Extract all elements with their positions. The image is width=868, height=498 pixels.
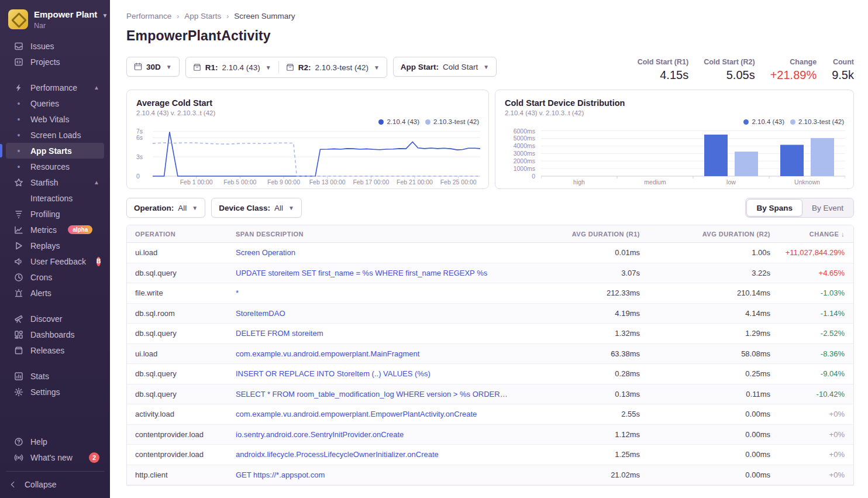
line-chart-icon <box>13 225 24 235</box>
breadcrumb-performance[interactable]: Performance <box>126 12 171 20</box>
app-start-type-button[interactable]: App Start: Cold Start ▼ <box>393 57 497 77</box>
sidebar-item-crons[interactable]: Crons <box>6 269 104 285</box>
span-operation: db.sql.room <box>135 309 236 318</box>
avg-duration-r1: 0.01ms <box>521 248 640 257</box>
sidebar-item-releases[interactable]: Releases <box>6 342 104 358</box>
sidebar-item-starfish[interactable]: Starfish ▲ <box>6 174 104 190</box>
table-row: db.sql.query UPDATE storeitem SET first_… <box>127 263 853 284</box>
column-avg-duration-r2[interactable]: Avg Duration (R2) <box>640 231 770 238</box>
breadcrumb: Performance › App Starts › Screen Summar… <box>126 0 854 20</box>
sidebar-item-discover[interactable]: Discover <box>6 311 104 327</box>
siren-icon <box>13 289 24 298</box>
release-compare-group: R1: 2.10.4 (43) ▼ R2: 2.10.3-test (42) ▼ <box>185 57 387 78</box>
avg-duration-r1: 63.38ms <box>521 349 640 358</box>
column-span-description[interactable]: Span Description <box>236 231 521 238</box>
projects-icon <box>13 57 24 67</box>
avg-duration-r1: 212.33ms <box>521 289 640 297</box>
sidebar-item-whats-new[interactable]: What's new 2 <box>6 449 104 465</box>
avg-duration-r1: 4.19ms <box>521 309 640 318</box>
span-description-link[interactable]: * <box>236 289 521 297</box>
avg-duration-r1: 21.02ms <box>521 470 640 479</box>
sidebar-item-metrics[interactable]: Metrics alpha <box>6 222 104 238</box>
avg-duration-r1: 1.12ms <box>521 430 640 439</box>
org-switcher[interactable]: Empower Plant ▼ Nar <box>0 7 110 38</box>
span-description-link[interactable]: INSERT OR REPLACE INTO StoreItem (..) VA… <box>236 369 521 378</box>
sidebar-item-user-feedback[interactable]: User Feedback B <box>6 253 104 269</box>
span-description-link[interactable]: Screen Operation <box>236 248 521 257</box>
sidebar-item-projects[interactable]: Projects <box>6 54 104 70</box>
span-description-link[interactable]: SELECT * FROM room_table_modification_lo… <box>236 390 521 399</box>
org-logo-icon <box>8 9 28 29</box>
sidebar: Empower Plant ▼ Nar Issues Projects Perf… <box>0 0 110 498</box>
date-range-button[interactable]: 30D ▼ <box>126 57 180 77</box>
sidebar-item-settings[interactable]: Settings <box>6 384 104 400</box>
sidebar-item-help[interactable]: Help <box>6 434 104 449</box>
change-value: -1.03% <box>770 289 845 297</box>
toggle-by-event[interactable]: By Event <box>802 199 853 217</box>
table-row: db.sql.query SELECT * FROM room_table_mo… <box>127 384 853 405</box>
span-operation: db.sql.query <box>135 329 236 338</box>
sidebar-item-web-vitals[interactable]: • Web Vitals <box>6 111 104 127</box>
chevron-right-icon: › <box>226 12 229 20</box>
sidebar-item-resources[interactable]: • Resources <box>6 159 104 174</box>
chevron-down-icon: ▼ <box>266 64 271 71</box>
avg-duration-r2: 0.11ms <box>640 390 770 399</box>
sidebar-item-issues[interactable]: Issues <box>6 38 104 54</box>
chevron-down-icon: ▼ <box>374 64 380 71</box>
span-operation: db.sql.query <box>135 390 236 399</box>
sidebar-item-replays[interactable]: Replays <box>6 238 104 253</box>
span-description-link[interactable]: com.example.vu.android.empowerplant.Main… <box>236 349 521 358</box>
sidebar-item-screen-loads[interactable]: • Screen Loads <box>6 127 104 143</box>
avg-duration-r1: 2.55s <box>521 410 640 418</box>
app-root: Empower Plant ▼ Nar Issues Projects Perf… <box>0 0 868 498</box>
line-chart-plot[interactable]: Feb 1 00:00Feb 5 00:00Feb 9 00:00Feb 13 … <box>136 119 479 184</box>
table-row: contentprovider.load io.sentry.android.c… <box>127 425 853 445</box>
sidebar-item-stats[interactable]: Stats <box>6 368 104 384</box>
sidebar-collapse-button[interactable]: Collapse <box>6 476 104 492</box>
span-description-link[interactable]: com.example.vu.android.empowerplant.Empo… <box>236 410 521 418</box>
sidebar-item-performance[interactable]: Performance ▲ <box>6 80 104 95</box>
span-description-link[interactable]: UPDATE storeitem SET first_name = %s WHE… <box>236 269 521 277</box>
stat-count: Count 9.5k <box>832 58 854 82</box>
release-r1-button[interactable]: R1: 2.10.4 (43) ▼ <box>186 57 278 77</box>
span-description-link[interactable]: GET https://*.appspot.com <box>236 470 521 479</box>
bullet-icon: • <box>13 115 24 124</box>
column-operation[interactable]: Operation <box>135 231 236 238</box>
bullet-icon: • <box>13 130 24 140</box>
page-title: EmpowerPlantActivity <box>126 28 854 44</box>
sidebar-item-alerts[interactable]: Alerts <box>6 285 104 301</box>
sidebar-item-interactions[interactable]: Interactions <box>6 190 104 206</box>
span-description-link[interactable]: DELETE FROM storeitem <box>236 329 521 338</box>
release-r2-button[interactable]: R2: 2.10.3-test (42) ▼ <box>279 57 387 77</box>
table-row: db.sql.query INSERT OR REPLACE INTO Stor… <box>127 364 853 384</box>
change-value: -8.36% <box>770 349 845 358</box>
chevron-right-icon: › <box>177 12 179 20</box>
whats-new-badge: 2 <box>89 452 99 463</box>
span-description-link[interactable]: io.sentry.android.core.SentryInitProvide… <box>236 430 521 439</box>
span-description-link[interactable]: StoreItemDAO <box>236 309 521 318</box>
chevron-up-icon: ▲ <box>94 84 99 91</box>
span-operation: db.sql.query <box>135 269 236 277</box>
stat-change: Change +21.89% <box>770 58 817 82</box>
chevron-down-icon: ▼ <box>192 205 198 211</box>
toggle-by-spans[interactable]: By Spans <box>746 199 802 217</box>
sidebar-item-dashboards[interactable]: Dashboards <box>6 327 104 342</box>
avg-duration-r2: 0.00ms <box>640 430 770 439</box>
sidebar-item-queries[interactable]: • Queries <box>6 95 104 111</box>
column-change[interactable]: Change ↓ <box>770 231 845 238</box>
spans-table: Operation Span Description Avg Duration … <box>126 225 854 486</box>
chart-subtitle: 2.10.4 (43) v. 2.10.3..t (42) <box>136 109 479 116</box>
device-class-filter-button[interactable]: Device Class: All ▼ <box>211 198 302 218</box>
dashboard-icon <box>13 330 24 339</box>
operation-filter-button[interactable]: Operation: All ▼ <box>126 198 205 218</box>
span-operation: ui.load <box>135 248 236 257</box>
sidebar-item-profiling[interactable]: Profiling <box>6 206 104 222</box>
breadcrumb-app-starts[interactable]: App Starts <box>184 12 221 20</box>
span-operation: ui.load <box>135 349 236 358</box>
column-avg-duration-r1[interactable]: Avg Duration (R1) <box>521 231 640 238</box>
sidebar-item-app-starts[interactable]: • App Starts <box>6 143 104 159</box>
table-row: ui.load com.example.vu.android.empowerpl… <box>127 344 853 365</box>
bar-chart-plot[interactable]: highmediumlowUnknown 6000ms5000ms4000ms3… <box>505 119 844 184</box>
alpha-badge: alpha <box>68 225 92 234</box>
span-description-link[interactable]: androidx.lifecycle.ProcessLifecycleOwner… <box>236 450 521 459</box>
